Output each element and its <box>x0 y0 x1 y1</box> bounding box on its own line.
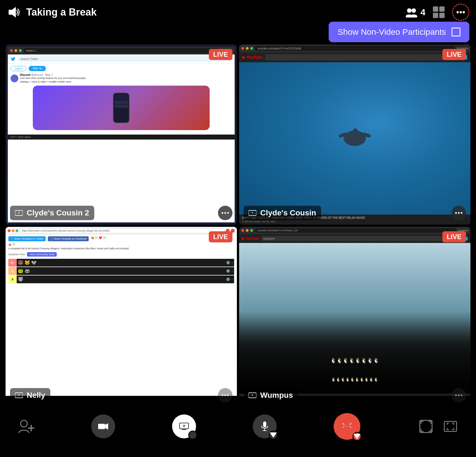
svg-point-33 <box>458 394 460 396</box>
svg-point-23 <box>458 212 460 214</box>
tile-2-label-container: Clyde's Cousin <box>244 206 321 220</box>
tile-4-screen-content: youtube.com/watch?v=OF0w8z_IU5 Incognito… <box>239 227 470 407</box>
tile-1-label-container: Clyde's Cousin 2 <box>10 206 94 220</box>
svg-point-16 <box>18 212 19 213</box>
tile-clydes-cousin-2: twitter.c... Incognito Search Twitter Lo… <box>6 44 237 225</box>
tile-clydes-cousin: youtube.com/watch?v=eGYk1Gb4k Incognito … <box>239 44 470 225</box>
tile-3-url-bar: https://tiermaker.com/create/the-ultimat… <box>19 228 225 233</box>
tile-2-browser-bar: youtube.com/watch?v=eGYk1Gb4k Incognito <box>239 44 470 52</box>
app-title: Taking a Break <box>26 6 96 18</box>
svg-marker-50 <box>270 433 277 438</box>
grid-view-button[interactable] <box>431 4 447 20</box>
tile-3-more-button[interactable] <box>218 388 232 403</box>
svg-marker-1 <box>12 7 16 18</box>
svg-point-11 <box>460 11 462 13</box>
tile-2-video-meta: 3,335,601 views • Jul 29, 2017 <box>242 220 468 223</box>
tile-1-more-button[interactable] <box>218 206 232 220</box>
svg-point-35 <box>21 420 27 427</box>
tile-3-page-content: 🐦 Share Template on Twitter 📘 Share Temp… <box>6 235 237 407</box>
bottom-control-bar <box>0 396 476 457</box>
tile-1-live-badge: LIVE <box>209 49 232 60</box>
header: Taking a Break 4 <box>0 0 476 22</box>
svg-point-29 <box>227 394 229 396</box>
video-grid: twitter.c... Incognito Search Twitter Lo… <box>0 39 476 413</box>
expand-window-button[interactable] <box>417 418 435 435</box>
svg-rect-9 <box>439 13 445 18</box>
svg-point-34 <box>461 394 462 396</box>
tile-2-video-content <box>239 62 470 215</box>
tile-2-more-button[interactable] <box>452 206 466 220</box>
svg-rect-38 <box>98 424 105 429</box>
screen-share-circle <box>172 414 196 438</box>
camera-circle <box>91 414 115 438</box>
svg-point-45 <box>183 425 185 427</box>
microphone-circle <box>253 414 277 438</box>
tile-wumpus: youtube.com/watch?v=OF0w8z_IU5 Incognito… <box>239 227 470 407</box>
svg-rect-47 <box>263 421 266 427</box>
show-non-video-checkbox[interactable] <box>452 28 460 36</box>
microphone-button[interactable] <box>253 414 277 438</box>
svg-point-22 <box>455 212 457 214</box>
svg-point-27 <box>222 394 223 396</box>
svg-line-51 <box>350 423 351 425</box>
tile-3-screen-content: https://tiermaker.com/create/the-ultimat… <box>6 227 237 407</box>
header-left: Taking a Break <box>7 5 96 19</box>
screen-share-badge <box>188 431 197 439</box>
speaker-icon <box>7 5 21 19</box>
show-non-video-text: Show Non-Video Participants <box>338 27 446 37</box>
show-non-video-popup[interactable]: Show Non-Video Participants <box>329 22 469 42</box>
expand-controls <box>417 418 459 435</box>
svg-rect-8 <box>433 13 438 18</box>
svg-point-28 <box>224 394 226 396</box>
tile-3-browser-bar: https://tiermaker.com/create/the-ultimat… <box>6 227 237 235</box>
yt-search <box>265 54 450 60</box>
tile-1-screen-content: twitter.c... Incognito Search Twitter Lo… <box>6 44 237 225</box>
svg-marker-39 <box>105 423 108 430</box>
svg-rect-6 <box>433 6 438 12</box>
camera-button[interactable] <box>91 414 115 438</box>
svg-point-17 <box>222 212 223 214</box>
tile-2-yt-header: ▶ YouTube SIGN IN <box>239 52 470 62</box>
tile-3-live-badge: LIVE <box>209 231 232 242</box>
svg-point-18 <box>224 212 226 214</box>
svg-line-52 <box>343 423 344 425</box>
svg-marker-53 <box>353 434 361 439</box>
end-call-button[interactable] <box>334 413 360 440</box>
tile-2-live-badge: LIVE <box>442 49 466 60</box>
svg-point-31 <box>252 394 253 396</box>
tile-2-screen-content: youtube.com/watch?v=eGYk1Gb4k Incognito … <box>239 44 470 225</box>
svg-point-19 <box>227 212 229 214</box>
svg-marker-46 <box>189 433 196 438</box>
end-call-badge <box>353 432 361 441</box>
header-right: 4 <box>405 4 469 21</box>
screen-share-button[interactable] <box>172 414 196 438</box>
tile-1-label-text: Clyde's Cousin 2 <box>27 208 89 217</box>
svg-rect-0 <box>9 10 12 15</box>
participant-count: 4 <box>405 7 425 18</box>
tile-2-label-text: Clyde's Cousin <box>260 208 316 217</box>
svg-point-24 <box>461 212 462 214</box>
svg-point-2 <box>407 8 411 13</box>
tile-4-label-text: Wumpus <box>260 391 293 400</box>
youtube-logo: ▶ YouTube <box>242 55 262 59</box>
svg-point-26 <box>18 394 19 396</box>
add-user-button[interactable] <box>17 418 34 435</box>
participant-number: 4 <box>420 7 425 18</box>
tile-4-live-badge: LIVE <box>442 231 466 242</box>
tile-4-label-container: Wumpus <box>244 388 298 403</box>
tile-3-label-container: Nelly <box>10 388 50 403</box>
more-options-button[interactable] <box>452 4 469 21</box>
svg-point-32 <box>455 394 457 396</box>
svg-point-21 <box>252 212 253 213</box>
svg-rect-54 <box>420 420 432 433</box>
tile-3-label-text: Nelly <box>27 391 45 400</box>
svg-rect-7 <box>439 6 445 12</box>
tile-4-more-button[interactable] <box>452 388 466 403</box>
svg-point-3 <box>411 8 416 13</box>
end-call-circle <box>334 413 360 440</box>
svg-rect-55 <box>444 421 457 431</box>
tile-nelly: https://tiermaker.com/create/the-ultimat… <box>6 227 237 407</box>
svg-point-10 <box>457 11 459 13</box>
microphone-badge <box>269 431 278 439</box>
fullscreen-button[interactable] <box>442 418 459 435</box>
